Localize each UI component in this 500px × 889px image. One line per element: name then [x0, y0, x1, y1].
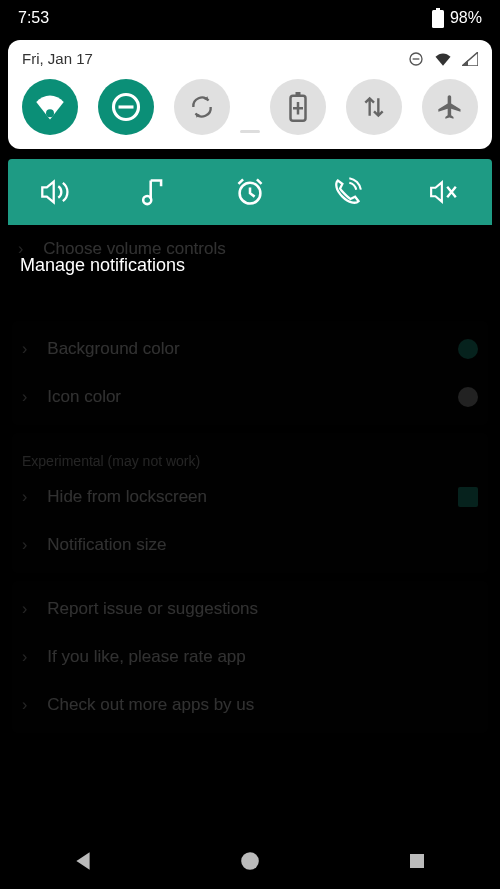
qs-tile-airplane[interactable]: [422, 79, 478, 135]
qs-header-icons: [408, 51, 478, 67]
chevron-right-icon: ›: [22, 648, 27, 666]
status-bar: 7:53 98%: [0, 0, 500, 36]
chevron-right-icon: ›: [22, 600, 27, 618]
qs-tile-rotate[interactable]: [174, 79, 230, 135]
media-volume-button[interactable]: [36, 172, 76, 212]
notification-area: [8, 159, 492, 225]
about-card: › Report issue or suggestions › If you l…: [12, 581, 488, 733]
color-swatch-gray: [458, 387, 478, 407]
manage-notifications-title: Manage notifications: [14, 245, 191, 286]
experimental-card: Experimental (may not work) › Hide from …: [12, 433, 488, 573]
signal-small-icon: [462, 52, 478, 66]
qs-tile-mobile-data[interactable]: [346, 79, 402, 135]
rate-app-label: If you like, please rate app: [47, 647, 245, 667]
svg-rect-8: [296, 92, 301, 96]
wifi-icon: [35, 94, 65, 120]
more-apps-label: Check out more apps by us: [47, 695, 254, 715]
quick-settings-panel: Fri, Jan 17: [8, 40, 492, 149]
svg-rect-1: [436, 8, 440, 10]
qs-tile-dnd[interactable]: [98, 79, 154, 135]
qs-tile-battery-saver[interactable]: [270, 79, 326, 135]
music-note-icon: [142, 177, 164, 207]
color-swatch-teal: [458, 339, 478, 359]
battery-icon: [432, 8, 444, 28]
nav-recent-button[interactable]: [397, 841, 437, 881]
status-right: 98%: [432, 8, 482, 28]
alarm-icon: [235, 177, 265, 207]
auto-rotate-icon: [189, 94, 215, 120]
music-button[interactable]: [133, 172, 173, 212]
airplane-icon: [436, 93, 464, 121]
rate-app-row[interactable]: › If you like, please rate app: [12, 633, 488, 681]
icon-color-row[interactable]: › Icon color: [12, 373, 488, 421]
report-issue-row[interactable]: › Report issue or suggestions: [12, 585, 488, 633]
svg-rect-0: [432, 10, 444, 28]
navigation-bar: [0, 833, 500, 889]
alarm-button[interactable]: [230, 172, 270, 212]
qs-header: Fri, Jan 17: [22, 50, 478, 67]
mute-icon: [429, 179, 459, 205]
call-icon: [332, 177, 362, 207]
dimmed-region: › Choose volume controls › Background co…: [8, 225, 492, 733]
svg-point-11: [241, 852, 259, 870]
settings-content: Manage notifications › Choose volume con…: [0, 225, 500, 733]
notification-size-row[interactable]: › Notification size: [12, 521, 488, 569]
call-button[interactable]: [327, 172, 367, 212]
chevron-right-icon: ›: [22, 388, 27, 406]
background-color-label: Background color: [47, 339, 179, 359]
status-time: 7:53: [18, 9, 49, 27]
chevron-right-icon: ›: [22, 696, 27, 714]
hide-lockscreen-label: Hide from lockscreen: [47, 487, 207, 507]
volume-icon: [40, 177, 72, 207]
mobile-data-icon: [363, 94, 385, 120]
battery-percent: 98%: [450, 9, 482, 27]
qs-tiles: [22, 79, 478, 135]
recent-square-icon: [407, 851, 427, 871]
checkbox-checked[interactable]: [458, 487, 478, 507]
chevron-right-icon: ›: [22, 536, 27, 554]
wifi-small-icon: [434, 52, 452, 66]
report-issue-label: Report issue or suggestions: [47, 599, 258, 619]
hide-lockscreen-row[interactable]: › Hide from lockscreen: [12, 473, 488, 521]
battery-saver-icon: [289, 92, 307, 122]
color-card: › Background color › Icon color: [12, 321, 488, 425]
more-apps-row[interactable]: › Check out more apps by us: [12, 681, 488, 729]
home-circle-icon: [239, 850, 261, 872]
icon-color-label: Icon color: [47, 387, 121, 407]
svg-rect-12: [410, 854, 424, 868]
chevron-right-icon: ›: [22, 340, 27, 358]
chevron-right-icon: ›: [22, 488, 27, 506]
mute-button[interactable]: [424, 172, 464, 212]
nav-home-button[interactable]: [230, 841, 270, 881]
do-not-disturb-icon: [111, 92, 141, 122]
back-triangle-icon: [72, 850, 94, 872]
notification-size-label: Notification size: [47, 535, 166, 555]
svg-point-9: [143, 196, 151, 204]
dnd-small-icon: [408, 51, 424, 67]
volume-media-bar: [8, 159, 492, 225]
background-color-row[interactable]: › Background color: [12, 325, 488, 373]
nav-back-button[interactable]: [63, 841, 103, 881]
qs-date: Fri, Jan 17: [22, 50, 93, 67]
experimental-label: Experimental (may not work): [12, 437, 488, 473]
qs-tile-wifi[interactable]: [22, 79, 78, 135]
svg-point-4: [46, 109, 54, 117]
qs-handle[interactable]: [240, 130, 260, 133]
